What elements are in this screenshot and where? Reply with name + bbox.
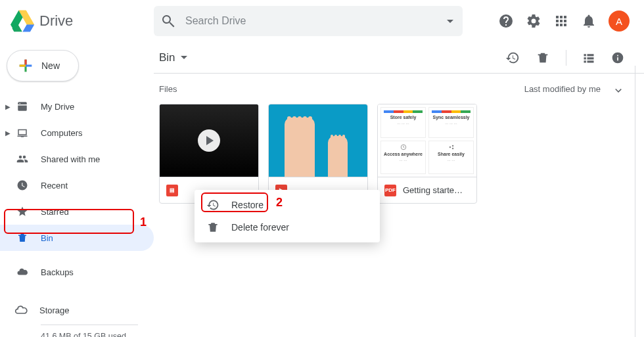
- context-menu: Restore Delete forever: [195, 190, 380, 242]
- sidebar: New ▶ My Drive ▶ Computers Shared with m…: [0, 42, 154, 337]
- cloud-outline-icon: [14, 303, 28, 317]
- file-thumbnail: [269, 104, 367, 177]
- file-tile[interactable]: ▶: [268, 104, 368, 204]
- svg-point-9: [451, 145, 453, 146]
- trash-icon: [16, 232, 28, 244]
- trash-icon: [206, 221, 219, 234]
- sidebar-item-starred[interactable]: Starred: [0, 198, 154, 225]
- video-type-icon: ▤: [166, 185, 178, 196]
- svg-point-8: [449, 146, 451, 148]
- section-files-label: Files: [159, 84, 177, 94]
- search-options-dropdown-icon[interactable]: [447, 20, 453, 23]
- storage-usage-text: 41.6 MB of 15 GB used: [41, 332, 154, 337]
- drive-triangle-icon: [11, 9, 34, 33]
- svg-point-10: [451, 147, 453, 149]
- settings-gear-icon[interactable]: [526, 13, 541, 29]
- cloud-icon: [16, 266, 28, 278]
- search-icon: [160, 13, 176, 29]
- star-icon: [16, 206, 28, 217]
- apps-grid-icon[interactable]: [553, 13, 569, 29]
- shared-icon: [16, 153, 28, 165]
- list-view-icon[interactable]: [582, 51, 595, 64]
- pdf-type-icon: PDF: [384, 185, 396, 196]
- delete-icon[interactable]: [536, 51, 550, 65]
- ctx-restore[interactable]: Restore: [195, 194, 380, 216]
- sidebar-item-recent[interactable]: Recent: [0, 172, 154, 198]
- file-thumbnail: [160, 104, 258, 177]
- account-avatar[interactable]: A: [609, 11, 630, 32]
- sort-dropdown[interactable]: Last modified by me: [524, 83, 624, 95]
- file-tile[interactable]: Store safely··· ··· ··· Sync seamlessly·…: [377, 104, 477, 204]
- location-dropdown[interactable]: Bin: [159, 51, 187, 64]
- scrollbar[interactable]: [635, 66, 644, 337]
- sidebar-item-storage[interactable]: Storage: [14, 297, 154, 323]
- my-drive-icon: [16, 101, 28, 112]
- search-placeholder: Search Drive: [185, 15, 447, 27]
- restore-icon: [206, 198, 219, 212]
- expand-icon[interactable]: ▶: [3, 103, 13, 110]
- app-name: Drive: [39, 12, 73, 30]
- details-info-icon[interactable]: [611, 51, 624, 64]
- search-input[interactable]: Search Drive: [154, 6, 463, 36]
- ctx-delete-forever[interactable]: Delete forever: [195, 216, 380, 238]
- computers-icon: [16, 127, 28, 139]
- sidebar-item-shared[interactable]: Shared with me: [0, 146, 154, 172]
- sidebar-item-computers[interactable]: ▶ Computers: [0, 120, 154, 146]
- notifications-bell-icon[interactable]: [581, 13, 597, 29]
- help-icon[interactable]: [498, 13, 514, 29]
- arrow-down-icon: [612, 83, 624, 95]
- file-thumbnail: Store safely··· ··· ··· Sync seamlessly·…: [378, 104, 476, 177]
- new-button[interactable]: New: [7, 50, 79, 81]
- plus-icon: [16, 56, 35, 75]
- svg-rect-6: [20, 64, 26, 66]
- drive-logo[interactable]: Drive: [11, 9, 154, 33]
- play-icon: [198, 129, 220, 152]
- sidebar-item-bin[interactable]: Bin: [0, 225, 154, 251]
- restore-history-icon[interactable]: [505, 51, 520, 65]
- recent-clock-icon: [16, 179, 28, 191]
- svg-marker-1: [23, 24, 34, 32]
- file-tile[interactable]: ▤: [159, 104, 259, 204]
- sidebar-item-backups[interactable]: Backups: [0, 259, 154, 285]
- chevron-down-icon: [181, 56, 187, 59]
- sidebar-item-my-drive[interactable]: ▶ My Drive: [0, 93, 154, 120]
- expand-icon[interactable]: ▶: [3, 129, 13, 137]
